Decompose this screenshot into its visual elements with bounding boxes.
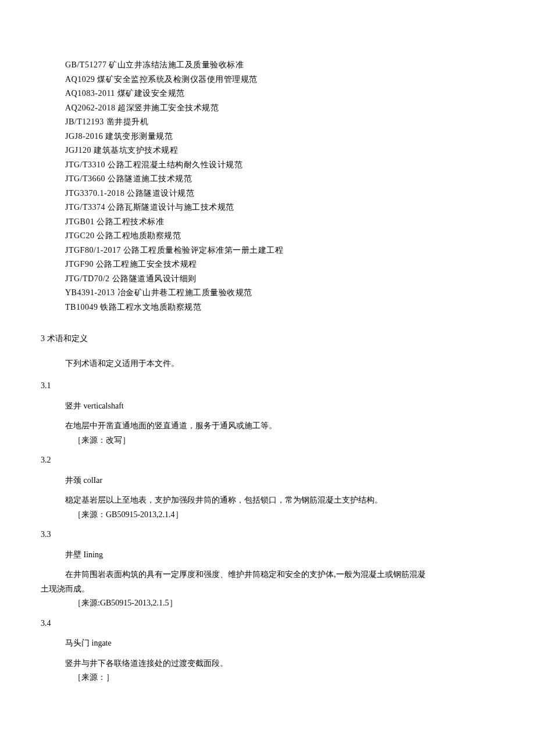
standard-item: AQ1029 煤矿安全监控系统及检测仪器使用管理规范 [65,73,494,87]
term-def-3-2: 稳定基岩层以上至地表，支护加强段井筒的通称，包括锁口，常为钢筋混凝土支护结构。 [65,493,494,508]
standard-item: JTG/T3310 公路工程混凝土结构耐久性设计规范 [65,158,494,173]
standard-item: JTGF80/1-2017 公路工程质量检验评定标准第一册土建工程 [65,243,494,258]
standard-item: GB/T51277 矿山立井冻结法施工及质量验收标准 [65,58,494,73]
standard-item: JGJ120 建筑基坑支护技术规程 [65,144,494,158]
term-def-3-4: 竖井与井下各联络道连接处的过渡变截面段。 [65,657,494,671]
term-num-3-2: 3.2 [41,453,494,468]
standard-item: JB/T12193 凿井提升机 [65,115,494,130]
term-src-3-2: ［来源：GB50915-2013,2.1.4］ [73,508,494,522]
term-def-3-1: 在地层中开凿直通地面的竖直通道，服务于通风或施工等。 [65,419,494,433]
standard-item: JTGC20 公路工程地质勘察规范 [65,229,494,243]
term-title-3-4: 马头门 ingate [65,636,494,651]
standard-item: TB10049 铁路工程水文地质勘察规范 [65,300,494,315]
term-title-3-2: 井颈 colIar [65,474,494,488]
term-src-3-3: ［来源:GB50915-2013,2.1.5］ [73,596,494,611]
term-num-3-1: 3.1 [41,379,494,393]
term-num-3-3: 3.3 [41,528,494,542]
term-src-3-4: ［来源：］ [73,671,494,685]
section-3-heading: 3 术语和定义 [41,332,494,346]
section-3-intro: 下列术语和定义适用于本文件。 [65,357,494,371]
standard-item: JTG/T3660 公路隧道施工技术规范 [65,172,494,187]
term-def-3-3-line1: 在井筒围岩表面构筑的具有一定厚度和强度、维护井筒稳定和安全的支护体,一般为混凝土… [65,568,494,582]
term-src-3-1: ［来源：改写］ [73,433,494,448]
standards-list: GB/T51277 矿山立井冻结法施工及质量验收标准 AQ1029 煤矿安全监控… [65,58,494,314]
term-num-3-4: 3.4 [41,617,494,631]
standard-item: JTGB01 公路工程技术标准 [65,215,494,230]
standard-item: JTG/TD70/2 公路隧道通风设计细则 [65,272,494,286]
standard-item: AQ2062-2018 超深竖井施工安全技术规范 [65,101,494,116]
term-def-3-3-line2: 土现浇而成。 [41,582,494,597]
term-title-3-3: 井壁 Iining [65,548,494,562]
standard-item: YB4391-2013 冶金矿山井巷工程施工质量验收规范 [65,286,494,300]
standard-item: AQ1083-2011 煤矿建设安全规范 [65,87,494,101]
standard-item: JTG/T3374 公路瓦斯隧道设计与施工技术规范 [65,200,494,215]
term-title-3-1: 竖井 verticalshaft [65,399,494,414]
standard-item: JGJ8-2016 建筑变形测量规范 [65,130,494,144]
standard-item: JTGF90 公路工程施工安全技术规程 [65,257,494,272]
standard-item: JTG3370.1-2018 公路隧道设计规范 [65,187,494,201]
